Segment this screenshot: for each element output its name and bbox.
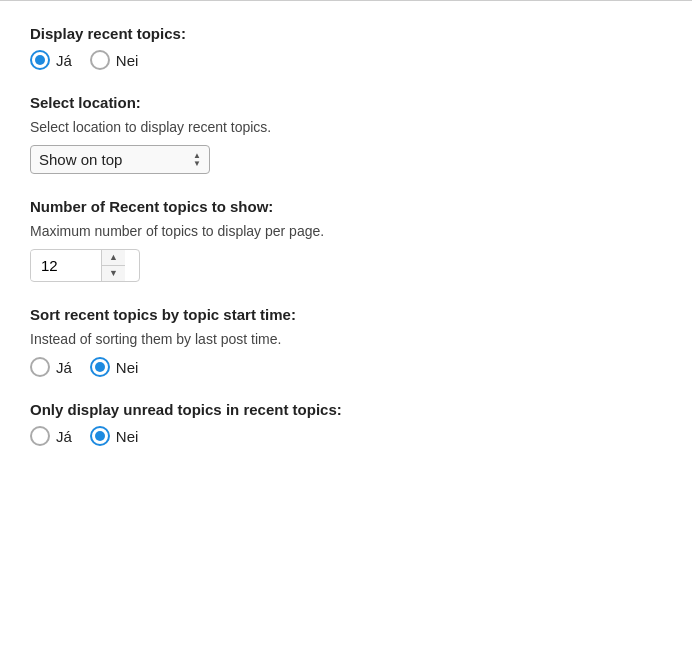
- spinner-down-button[interactable]: ▼: [102, 266, 125, 281]
- display-recent-topics-title: Display recent topics:: [30, 25, 662, 42]
- select-location-title: Select location:: [30, 94, 662, 111]
- select-location-wrapper[interactable]: Show on top Show on bottom Show on sideb…: [30, 145, 210, 174]
- sort-nei-label[interactable]: Nei: [90, 357, 139, 377]
- only-unread-section: Only display unread topics in recent top…: [30, 401, 662, 446]
- number-of-topics-title: Number of Recent topics to show:: [30, 198, 662, 215]
- display-recent-nei-radio[interactable]: [90, 50, 110, 70]
- sort-recent-topics-description: Instead of sorting them by last post tim…: [30, 331, 662, 347]
- sort-ja-text: Já: [56, 359, 72, 376]
- only-unread-radio-group: Já Nei: [30, 426, 662, 446]
- settings-panel: Display recent topics: Já Nei Select loc…: [0, 0, 692, 670]
- select-arrow-icon: ▲ ▼: [193, 152, 201, 168]
- spinner-up-button[interactable]: ▲: [102, 250, 125, 266]
- sort-ja-radio[interactable]: [30, 357, 50, 377]
- select-location-section: Select location: Select location to disp…: [30, 94, 662, 174]
- display-recent-ja-label[interactable]: Já: [30, 50, 72, 70]
- sort-ja-label[interactable]: Já: [30, 357, 72, 377]
- number-of-topics-section: Number of Recent topics to show: Maximum…: [30, 198, 662, 282]
- sort-recent-topics-radio-group: Já Nei: [30, 357, 662, 377]
- unread-ja-radio[interactable]: [30, 426, 50, 446]
- display-recent-ja-radio[interactable]: [30, 50, 50, 70]
- sort-recent-topics-section: Sort recent topics by topic start time: …: [30, 306, 662, 377]
- sort-nei-radio[interactable]: [90, 357, 110, 377]
- number-of-topics-description: Maximum number of topics to display per …: [30, 223, 662, 239]
- display-recent-nei-label[interactable]: Nei: [90, 50, 139, 70]
- select-location-dropdown[interactable]: Show on top Show on bottom Show on sideb…: [39, 151, 187, 168]
- display-recent-topics-radio-group: Já Nei: [30, 50, 662, 70]
- unread-ja-label[interactable]: Já: [30, 426, 72, 446]
- display-recent-ja-text: Já: [56, 52, 72, 69]
- display-recent-nei-text: Nei: [116, 52, 139, 69]
- unread-nei-text: Nei: [116, 428, 139, 445]
- number-of-topics-input[interactable]: [31, 251, 101, 280]
- unread-nei-radio[interactable]: [90, 426, 110, 446]
- number-of-topics-input-wrapper: ▲ ▼: [30, 249, 140, 282]
- sort-nei-text: Nei: [116, 359, 139, 376]
- unread-nei-label[interactable]: Nei: [90, 426, 139, 446]
- spinner-buttons: ▲ ▼: [101, 250, 125, 281]
- select-location-description: Select location to display recent topics…: [30, 119, 662, 135]
- sort-recent-topics-title: Sort recent topics by topic start time:: [30, 306, 662, 323]
- unread-ja-text: Já: [56, 428, 72, 445]
- display-recent-topics-section: Display recent topics: Já Nei: [30, 25, 662, 70]
- only-unread-title: Only display unread topics in recent top…: [30, 401, 662, 418]
